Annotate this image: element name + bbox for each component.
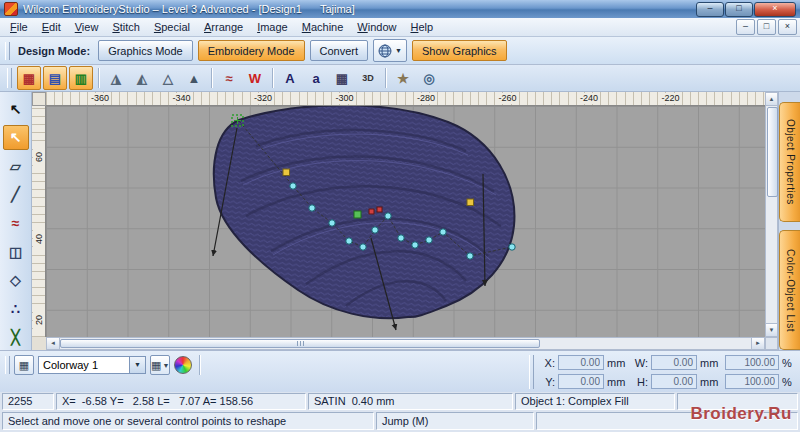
scroll-right-icon[interactable]: ► xyxy=(751,338,764,349)
ruler-tick: -260 xyxy=(496,93,518,104)
hoop-globe-button[interactable]: ▼ xyxy=(373,39,407,62)
menu-stitch[interactable]: Stitch xyxy=(105,18,147,36)
penetration-points-tool[interactable]: ∴ xyxy=(3,296,29,322)
chevron-down-icon: ▼ xyxy=(395,47,402,54)
ruler-tick: 60 xyxy=(33,147,45,167)
pointer-mode-icon[interactable]: ▦ xyxy=(17,66,41,90)
column-a-icon[interactable]: ◮ xyxy=(104,66,128,90)
stitch-type-status: SATIN 0.40 mm xyxy=(308,393,513,410)
mirror-merge-tool[interactable]: ◫ xyxy=(3,239,29,265)
chevron-down-icon[interactable]: ▼ xyxy=(129,357,145,373)
scroll-up-icon[interactable]: ▲ xyxy=(766,93,777,106)
toolbar-drag-handle[interactable] xyxy=(7,68,12,88)
tab-object-properties[interactable]: Object Properties xyxy=(779,102,800,222)
close-button[interactable]: × xyxy=(754,2,796,17)
status-bar: 2255 X= -6.58 Y= 2.58 L= 7.07 A= 158.56 … xyxy=(0,392,800,411)
window-controls: –□× xyxy=(696,2,800,17)
menu-image[interactable]: Image xyxy=(250,18,295,36)
palette-icon: ▦ xyxy=(151,359,161,372)
panel-drag-handle[interactable] xyxy=(529,355,534,389)
horizontal-scroll-thumb[interactable] xyxy=(60,339,540,348)
embroidery-object[interactable] xyxy=(214,106,515,318)
run-stitch-icon[interactable]: ≈ xyxy=(217,66,241,90)
grid-icon[interactable]: ▦ xyxy=(330,66,354,90)
window-title: Wilcom EmbroideryStudio – Level 3 Advanc… xyxy=(18,3,696,15)
knife-tool[interactable]: ╱ xyxy=(3,182,29,208)
selected-object-status: Object 1: Complex Fill xyxy=(515,393,675,410)
ruler-tick: 20 xyxy=(33,310,45,330)
chevron-down-icon: ▼ xyxy=(162,362,169,369)
app-window: Wilcom EmbroideryStudio – Level 3 Advanc… xyxy=(0,0,800,432)
scale-y-input[interactable] xyxy=(725,374,779,389)
scroll-down-icon[interactable]: ▼ xyxy=(766,323,777,336)
menu-help[interactable]: Help xyxy=(403,18,440,36)
x-input[interactable] xyxy=(558,355,604,370)
menu-view[interactable]: View xyxy=(68,18,106,36)
mdi-close-button[interactable]: × xyxy=(778,19,797,35)
app-icon xyxy=(4,2,18,16)
menu-edit[interactable]: Edit xyxy=(35,18,68,36)
stitch-view-icon[interactable]: ▤ xyxy=(43,66,67,90)
color-dropdown-button[interactable]: ▦ ▼ xyxy=(150,355,170,375)
embroidery-mode-button[interactable]: Embroidery Mode xyxy=(198,40,305,61)
x-label: X: xyxy=(539,357,555,369)
icon-toolbar: ▦▤▥◮◭△▲≈WAa▦3D★◎ xyxy=(0,65,800,92)
mdi-minimize-button[interactable]: – xyxy=(736,19,755,35)
column-c-icon[interactable]: △ xyxy=(156,66,180,90)
select-object-tool[interactable]: ↖ xyxy=(3,96,29,122)
column-b-icon[interactable]: ◭ xyxy=(130,66,154,90)
measure-tool[interactable]: ╳ xyxy=(3,325,29,351)
h-input[interactable] xyxy=(651,374,697,389)
colorway-select[interactable]: Colorway 1 ▼ xyxy=(38,356,146,374)
design-view-icon[interactable]: ▥ xyxy=(69,66,93,90)
reshape-object-tool[interactable]: ↖ xyxy=(3,125,29,151)
property-bar: ▦ Colorway 1 ▼ ▦ ▼ X: mm W: mm % xyxy=(0,350,800,392)
menu-file[interactable]: File xyxy=(3,18,35,36)
menu-arrange[interactable]: Arrange xyxy=(197,18,250,36)
toolbar-separator xyxy=(211,68,212,88)
thread-palette-icon[interactable]: ▦ xyxy=(14,355,34,375)
tab-color-object-list[interactable]: Color-Object List xyxy=(779,230,800,350)
h-unit: mm xyxy=(700,376,722,388)
toolbar-drag-handle[interactable] xyxy=(5,356,10,374)
show-graphics-button[interactable]: Show Graphics xyxy=(412,40,507,61)
vertical-scroll-thumb[interactable] xyxy=(767,107,778,197)
menu-window[interactable]: Window xyxy=(350,18,403,36)
lettering-icon[interactable]: A xyxy=(278,66,302,90)
convert-button[interactable]: Convert xyxy=(310,40,369,61)
mdi-restore-button[interactable]: □ xyxy=(757,19,776,35)
shapes-tool[interactable]: ◇ xyxy=(3,267,29,293)
ring-fill-icon[interactable]: ◎ xyxy=(417,66,441,90)
ruler-tick: -280 xyxy=(415,93,437,104)
toolbar-drag-handle[interactable] xyxy=(5,42,10,60)
motif-run-icon[interactable]: W xyxy=(243,66,267,90)
design-mode-toolbar: Design Mode: Graphics Mode Embroidery Mo… xyxy=(0,37,800,65)
vertical-ruler: 604020 xyxy=(32,106,46,337)
design-canvas[interactable] xyxy=(46,106,765,337)
minimize-button[interactable]: – xyxy=(696,2,724,17)
graphics-mode-button[interactable]: Graphics Mode xyxy=(98,40,193,61)
small-lettering-icon[interactable]: a xyxy=(304,66,328,90)
vertical-scrollbar[interactable]: ▲ ▼ xyxy=(765,92,778,337)
ruler-tick: -360 xyxy=(89,93,111,104)
complex-fill-icon[interactable]: ▲ xyxy=(182,66,206,90)
threed-view-icon[interactable]: 3D xyxy=(356,66,380,90)
menu-machine[interactable]: Machine xyxy=(295,18,351,36)
color-wheel-icon[interactable] xyxy=(174,356,192,374)
scale-x-input[interactable] xyxy=(725,355,779,370)
design-mode-label: Design Mode: xyxy=(15,45,93,57)
w-unit: mm xyxy=(700,357,722,369)
polygon-select-tool[interactable]: ▱ xyxy=(3,153,29,179)
stitch-edit-tool[interactable]: ≈ xyxy=(3,210,29,236)
scroll-left-icon[interactable]: ◄ xyxy=(47,338,60,349)
maximize-button[interactable]: □ xyxy=(725,2,753,17)
title-bar[interactable]: Wilcom EmbroideryStudio – Level 3 Advanc… xyxy=(0,0,800,18)
star-fill-icon[interactable]: ★ xyxy=(391,66,415,90)
w-input[interactable] xyxy=(651,355,697,370)
ruler-tick: -300 xyxy=(333,93,355,104)
horizontal-scrollbar[interactable]: ◄ ► xyxy=(46,337,765,350)
menu-special[interactable]: Special xyxy=(147,18,197,36)
selected-point[interactable] xyxy=(354,211,361,218)
y-input[interactable] xyxy=(558,374,604,389)
tab-object-properties-label: Object Properties xyxy=(785,119,796,205)
